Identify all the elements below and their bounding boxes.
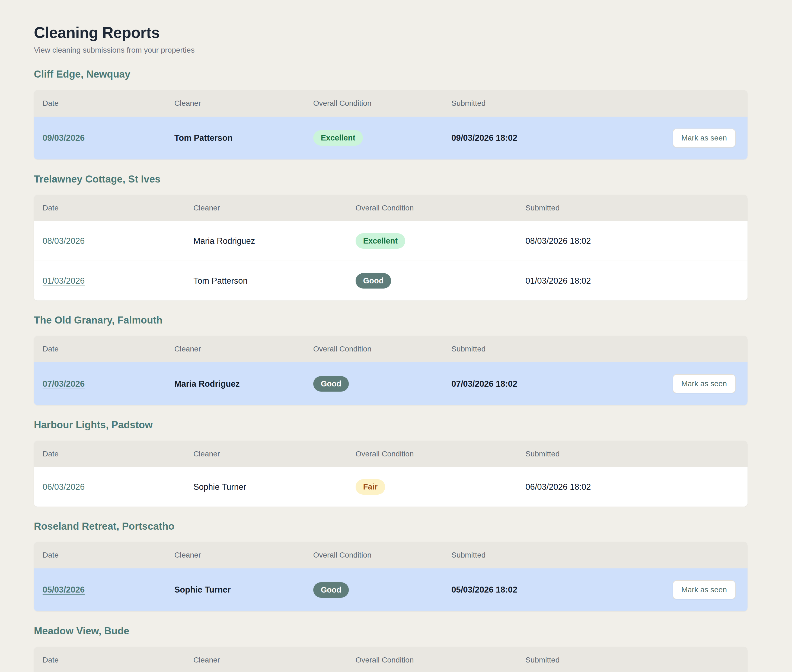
report-row: 06/03/2026 Sophie Turner Fair 06/03/2026…	[34, 467, 747, 507]
reports-table-card: Date Cleaner Overall Condition Submitted…	[34, 90, 747, 160]
condition-cell: Excellent	[355, 221, 525, 261]
mark-as-seen-button[interactable]: Mark as seen	[673, 128, 736, 147]
condition-cell: Good	[355, 261, 525, 301]
cleaner-name: Maria Rodriguez	[174, 379, 240, 389]
column-header-date: Date	[34, 441, 194, 467]
report-row: 08/03/2026 Maria Rodriguez Excellent 08/…	[34, 221, 747, 261]
action-cell: Mark as seen	[592, 568, 747, 611]
submitted-cell: 01/03/2026 18:02	[525, 261, 747, 301]
submitted-value: 05/03/2026 18:02	[451, 585, 517, 594]
actions-column-header	[592, 336, 747, 362]
reports-table-card: Date Cleaner Overall Condition Submitted…	[34, 542, 747, 611]
property-heading: Cliff Edge, Newquay	[34, 69, 747, 80]
column-header-date: Date	[34, 336, 174, 362]
column-header-condition: Overall Condition	[313, 336, 451, 362]
column-header-submitted: Submitted	[451, 90, 592, 117]
date-cell: 07/03/2026	[34, 362, 174, 405]
cleaner-cell: Sophie Turner	[194, 467, 355, 507]
submitted-cell: 06/03/2026 18:02	[525, 467, 747, 507]
column-header-condition: Overall Condition	[313, 542, 451, 568]
property-section: The Old Granary, Falmouth Date Cleaner O…	[34, 315, 747, 405]
cleaner-cell: Tom Patterson	[174, 117, 313, 160]
cleaner-name: Sophie Turner	[174, 585, 231, 594]
submitted-cell: 05/03/2026 18:02	[451, 568, 592, 611]
report-date-link[interactable]: 08/03/2026	[43, 236, 85, 246]
column-header-date: Date	[34, 195, 194, 221]
cleaner-name: Maria Rodriguez	[194, 236, 255, 246]
table-header-row: Date Cleaner Overall Condition Submitted	[34, 90, 747, 117]
property-sections: Cliff Edge, Newquay Date Cleaner Overall…	[34, 69, 747, 672]
cleaner-cell: Sophie Turner	[174, 568, 313, 611]
column-header-submitted: Submitted	[451, 336, 592, 362]
date-cell: 09/03/2026	[34, 117, 174, 160]
column-header-submitted: Submitted	[525, 647, 747, 672]
report-date-link[interactable]: 07/03/2026	[43, 379, 85, 389]
condition-badge: Fair	[355, 479, 385, 494]
property-section: Cliff Edge, Newquay Date Cleaner Overall…	[34, 69, 747, 160]
reports-table-body: 08/03/2026 Maria Rodriguez Excellent 08/…	[34, 221, 747, 301]
submitted-cell: 08/03/2026 18:02	[525, 221, 747, 261]
report-row: 05/03/2026 Sophie Turner Good 05/03/2026…	[34, 568, 747, 611]
condition-cell: Good	[313, 568, 451, 611]
condition-cell: Excellent	[313, 117, 451, 160]
property-heading: Trelawney Cottage, St Ives	[34, 174, 747, 185]
submitted-value: 01/03/2026 18:02	[525, 276, 591, 286]
reports-table-card: Date Cleaner Overall Condition Submitted…	[34, 336, 747, 405]
column-header-submitted: Submitted	[451, 542, 592, 568]
report-row: 09/03/2026 Tom Patterson Excellent 09/03…	[34, 117, 747, 160]
reports-table-card: Date Cleaner Overall Condition Submitted…	[34, 195, 747, 301]
cleaner-name: Sophie Turner	[194, 482, 246, 492]
reports-table-body: 06/03/2026 Sophie Turner Fair 06/03/2026…	[34, 467, 747, 507]
column-header-cleaner: Cleaner	[174, 542, 313, 568]
column-header-cleaner: Cleaner	[174, 90, 313, 117]
mark-as-seen-button[interactable]: Mark as seen	[673, 580, 736, 599]
mark-as-seen-button[interactable]: Mark as seen	[673, 374, 736, 393]
column-header-date: Date	[34, 90, 174, 117]
reports-table: Date Cleaner Overall Condition Submitted…	[34, 441, 747, 507]
date-cell: 05/03/2026	[34, 568, 174, 611]
reports-table-body: 07/03/2026 Maria Rodriguez Good 07/03/20…	[34, 362, 747, 405]
property-heading: Harbour Lights, Padstow	[34, 419, 747, 431]
condition-badge: Excellent	[313, 130, 363, 146]
table-header-row: Date Cleaner Overall Condition Submitted	[34, 542, 747, 568]
column-header-submitted: Submitted	[525, 195, 747, 221]
property-section: Meadow View, Bude Date Cleaner Overall C…	[34, 626, 747, 672]
table-header-row: Date Cleaner Overall Condition Submitted	[34, 441, 747, 467]
submitted-value: 08/03/2026 18:02	[525, 236, 591, 246]
cleaner-cell: Maria Rodriguez	[174, 362, 313, 405]
report-date-link[interactable]: 06/03/2026	[43, 482, 85, 492]
page-subtitle: View cleaning submissions from your prop…	[34, 46, 747, 55]
reports-table-card: Date Cleaner Overall Condition Submitted…	[34, 647, 747, 672]
action-cell: Mark as seen	[592, 362, 747, 405]
table-header-row: Date Cleaner Overall Condition Submitted	[34, 336, 747, 362]
column-header-condition: Overall Condition	[355, 195, 525, 221]
condition-cell: Fair	[355, 467, 525, 507]
cleaner-name: Tom Patterson	[194, 276, 248, 286]
actions-column-header	[592, 90, 747, 117]
report-date-link[interactable]: 05/03/2026	[43, 585, 85, 594]
action-cell: Mark as seen	[592, 117, 747, 160]
condition-badge: Good	[313, 582, 349, 598]
condition-badge: Good	[355, 273, 391, 288]
reports-table-body: 05/03/2026 Sophie Turner Good 05/03/2026…	[34, 568, 747, 611]
submitted-cell: 07/03/2026 18:02	[451, 362, 592, 405]
submitted-value: 06/03/2026 18:02	[525, 482, 591, 492]
column-header-date: Date	[34, 542, 174, 568]
condition-cell: Good	[313, 362, 451, 405]
column-header-condition: Overall Condition	[313, 90, 451, 117]
reports-table-card: Date Cleaner Overall Condition Submitted…	[34, 441, 747, 507]
reports-table-body: 09/03/2026 Tom Patterson Excellent 09/03…	[34, 117, 747, 160]
property-section: Roseland Retreat, Portscatho Date Cleane…	[34, 521, 747, 611]
report-date-link[interactable]: 01/03/2026	[43, 276, 85, 286]
column-header-submitted: Submitted	[525, 441, 747, 467]
cleaner-name: Tom Patterson	[174, 133, 233, 142]
submitted-value: 09/03/2026 18:02	[451, 133, 517, 142]
reports-table: Date Cleaner Overall Condition Submitted…	[34, 647, 747, 672]
actions-column-header	[592, 542, 747, 568]
column-header-cleaner: Cleaner	[174, 336, 313, 362]
report-date-link[interactable]: 09/03/2026	[43, 133, 85, 142]
cleaner-cell: Maria Rodriguez	[194, 221, 355, 261]
condition-badge: Good	[313, 376, 349, 392]
column-header-condition: Overall Condition	[355, 441, 525, 467]
property-heading: Roseland Retreat, Portscatho	[34, 521, 747, 532]
